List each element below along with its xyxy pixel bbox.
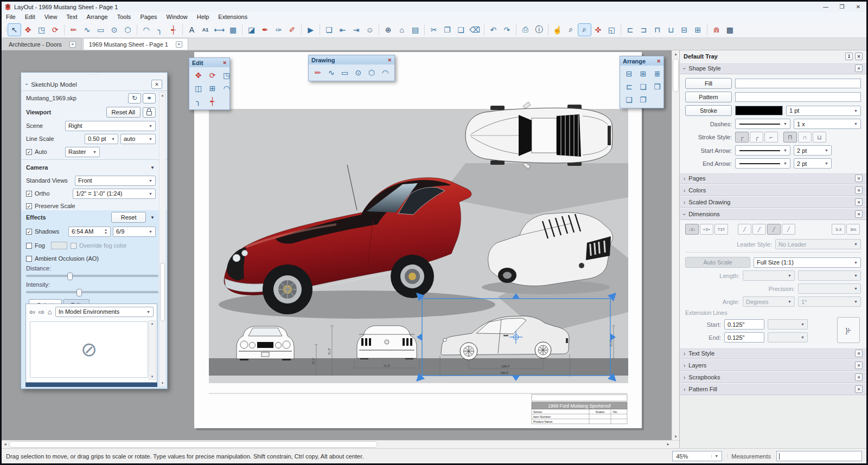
scene-select[interactable]: Right▼ — [65, 121, 156, 131]
section-dimensions[interactable]: › Dimensions ✕ — [680, 208, 866, 220]
environment-thumbnail[interactable]: ⊘ — [30, 321, 148, 378]
scroll-left-icon[interactable]: ◂ — [2, 441, 9, 448]
fog-override-checkbox[interactable] — [71, 243, 76, 249]
fog-checkbox[interactable] — [26, 243, 32, 249]
copy-icon[interactable]: ❐ — [441, 23, 454, 36]
ortho-checkbox[interactable]: ✓ — [26, 191, 32, 197]
align-bottom-icon[interactable]: ⊔ — [664, 23, 678, 36]
start-presentation-icon[interactable]: ▶ — [304, 23, 317, 36]
zoom-level-select[interactable]: 45% ▼ — [672, 451, 722, 461]
shadow-date-select[interactable]: 6/9▼ — [113, 227, 156, 237]
section-pages[interactable]: › Pages ✕ — [680, 172, 866, 184]
dim-angle-aligned-icon[interactable]: ╱ — [738, 224, 751, 235]
preserve-scale-checkbox[interactable]: ✓ — [26, 203, 32, 209]
center-vertically-icon[interactable]: ⊞ — [637, 68, 649, 80]
dimension-scale-select[interactable]: Full Size (1:1)▼ — [754, 257, 861, 268]
measurements-input[interactable] — [776, 451, 862, 461]
section-text-style[interactable]: › Text Style ✕ — [680, 347, 866, 359]
move-icon[interactable]: ✥ — [192, 69, 205, 81]
edit-arc-icon[interactable]: ◠ — [220, 82, 233, 94]
scroll-right-icon[interactable]: ▸ — [665, 441, 672, 448]
corner-arc-tool-icon[interactable]: ╮ — [153, 23, 167, 36]
start-arrow-select[interactable]: ▼ — [735, 145, 790, 156]
bring-forward-icon[interactable]: ❏ — [637, 81, 649, 93]
center-horizontally-icon[interactable]: ⊟ — [623, 68, 635, 80]
menu-extensions[interactable]: Extensions — [218, 14, 247, 20]
panel-scroll-thumb[interactable] — [160, 263, 165, 321]
section-close-icon[interactable]: ✕ — [855, 64, 863, 72]
account-icon[interactable]: ☺ — [363, 23, 376, 36]
import-icon[interactable]: ⇤ — [336, 23, 349, 36]
join-round-icon[interactable]: ╭ — [750, 132, 763, 143]
section-close-icon[interactable]: ✕ — [855, 361, 863, 369]
selected-list-row[interactable] — [25, 383, 157, 387]
circle-tool-icon[interactable]: ⊙ — [107, 23, 121, 36]
length-units-select[interactable]: ▼ — [798, 270, 861, 281]
delete-icon[interactable]: ⌫ — [468, 23, 482, 36]
cut-icon[interactable]: ✂ — [427, 23, 441, 36]
scroll-up-icon[interactable]: ▴ — [149, 321, 155, 326]
dim-angle-horizontal-icon[interactable]: ╱ — [752, 224, 766, 235]
section-close-icon[interactable]: ✕ — [855, 385, 863, 393]
front-elevation-viewport[interactable] — [237, 326, 294, 360]
home-icon[interactable]: ⌂ — [48, 308, 52, 316]
restore-icon[interactable]: ❐ — [834, 2, 850, 12]
render-mode-select[interactable]: Raster▼ — [65, 147, 100, 157]
vertical-scrollbar[interactable]: ▴ ▾ — [672, 50, 679, 440]
effects-reset-button[interactable]: Reset — [111, 212, 146, 223]
section-scrapbooks[interactable]: › Scrapbooks ✕ — [680, 371, 866, 383]
menu-text[interactable]: Text — [66, 14, 77, 20]
redo-icon[interactable]: ↷ — [500, 23, 514, 36]
menu-view[interactable]: View — [44, 14, 58, 20]
zoom-in-icon[interactable]: ⊕ — [381, 23, 395, 36]
line-icon[interactable]: ✏ — [312, 67, 324, 79]
reset-all-button[interactable]: Reset All — [106, 107, 141, 118]
length-format-select[interactable]: ▼ — [743, 270, 795, 281]
close-icon[interactable]: ✕ — [850, 2, 866, 12]
scroll-up-icon[interactable]: ▴ — [159, 93, 165, 98]
fill-swatch[interactable] — [735, 79, 861, 88]
arc-tool-icon[interactable]: ◠ — [139, 23, 153, 36]
shadow-time-input[interactable]: 6:54 AM▲▼ — [68, 227, 111, 237]
align-left-icon[interactable]: ⊏ — [623, 23, 637, 36]
scroll-down-icon[interactable]: ▾ — [149, 374, 155, 379]
offset-icon[interactable]: ┽ — [206, 95, 219, 107]
lock-icon[interactable] — [143, 107, 156, 118]
extension-gap-button[interactable]: }⊦ — [837, 317, 860, 343]
close-icon[interactable]: ✕ — [222, 60, 227, 66]
tab-close-icon[interactable]: ✕ — [69, 41, 76, 48]
line-tool-icon[interactable]: ✏ — [67, 23, 80, 36]
section-close-icon[interactable]: ✕ — [855, 175, 863, 182]
horizontal-scrollbar[interactable]: ◂ ▸ — [2, 440, 679, 448]
refresh-model-icon[interactable]: ↻ — [128, 93, 141, 104]
shadows-checkbox[interactable]: ✓ — [26, 229, 32, 235]
precision-select[interactable]: ▼ — [798, 283, 861, 294]
fillet-icon[interactable]: ╮ — [192, 95, 205, 107]
snap-icon[interactable]: ⋒ — [710, 23, 723, 36]
document-tab[interactable]: 1969 Mustang Sheet - Page 1✕ — [83, 38, 188, 50]
zoom-extents-icon[interactable]: ✜ — [591, 23, 605, 36]
distance-slider-thumb[interactable] — [67, 273, 73, 280]
export-icon[interactable]: ⇥ — [349, 23, 363, 36]
pie-tool-icon[interactable]: ┽ — [167, 23, 180, 36]
tray-pin-icon[interactable]: ↧ — [845, 53, 853, 60]
panel-close-icon[interactable]: ✕ — [151, 80, 162, 89]
join-miter-icon[interactable]: ┌ — [735, 132, 749, 143]
dimension-tool-icon[interactable]: ⟷ — [212, 23, 226, 36]
stroke-width-select[interactable]: 1 pt▼ — [786, 106, 861, 116]
pattern-button[interactable]: Pattern — [685, 92, 732, 102]
intensity-slider-thumb[interactable] — [76, 289, 82, 296]
new-document-icon[interactable]: ❏ — [322, 23, 336, 36]
dim-units-metric-icon[interactable]: 3m — [846, 224, 860, 235]
menu-tools[interactable]: Tools — [117, 14, 131, 20]
close-icon[interactable]: ✕ — [656, 59, 661, 64]
join-icon[interactable]: ⊞ — [206, 82, 219, 94]
glue-tool-icon[interactable]: ✐ — [285, 23, 299, 36]
center-vertical-icon[interactable]: ⊟ — [678, 23, 691, 36]
paste-icon[interactable]: ❏ — [454, 23, 468, 36]
menu-help[interactable]: Help — [197, 14, 209, 20]
environment-scrollbar[interactable]: ▴ ▾ — [149, 320, 156, 380]
align-top-icon[interactable]: ⊓ — [650, 23, 664, 36]
start-arrow-size-select[interactable]: 2 pt▼ — [794, 145, 832, 156]
tab-close-icon[interactable]: ✕ — [176, 41, 182, 48]
